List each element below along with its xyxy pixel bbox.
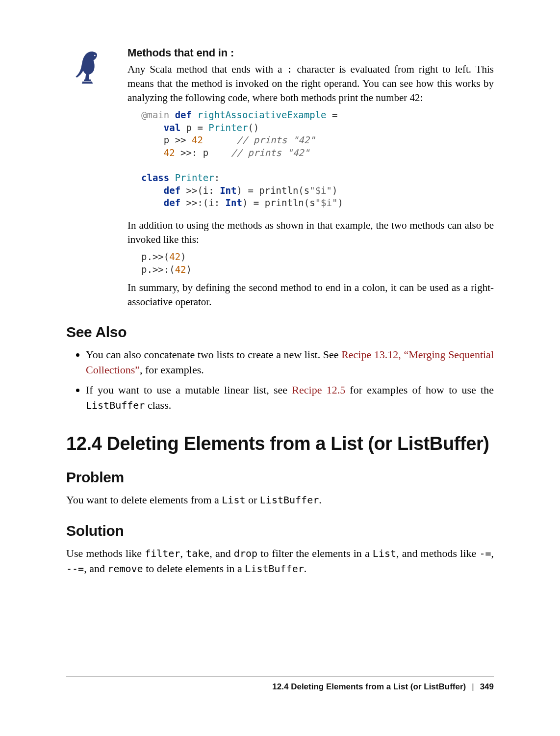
inline-code: remove	[107, 563, 143, 575]
inline-code: ListBuffer	[245, 563, 304, 575]
note-para-1: Any Scala method that ends with a : char…	[127, 62, 494, 105]
solution-text: Use methods like filter, take, and drop …	[66, 546, 494, 577]
note-para-2: In addition to using the methods as show…	[127, 218, 494, 247]
see-also-list: You can also concatenate two lists to cr…	[66, 347, 494, 413]
section-heading: 12.4 Deleting Elements from a List (or L…	[66, 433, 494, 454]
inline-code: List	[222, 494, 245, 506]
problem-heading: Problem	[66, 469, 494, 486]
note-text: Methods that end in : Any Scala method t…	[112, 47, 494, 214]
inline-code: ListBuffer	[260, 494, 319, 506]
list-item: If you want to use a mutable linear list…	[86, 383, 494, 413]
note-continuation: In addition to using the methods as show…	[127, 218, 494, 309]
footer-separator: |	[472, 682, 474, 691]
inline-code: List	[373, 548, 396, 559]
page-number: 349	[480, 682, 494, 691]
code-block-1: @main def rightAssociativeExample = val …	[141, 109, 494, 210]
note-para-3: In summary, by defining the second metho…	[127, 281, 494, 309]
inline-code: --=	[66, 563, 84, 575]
problem-text: You want to delete elements from a List …	[66, 493, 494, 508]
code-block-2: p.>>(42) p.>>:(42)	[141, 251, 494, 276]
inline-code: ListBuffer	[86, 399, 145, 411]
solution-heading: Solution	[66, 523, 494, 539]
inline-code: drop	[234, 548, 257, 559]
page-footer: 12.4 Deleting Elements from a List (or L…	[66, 677, 494, 692]
inline-code: take	[186, 548, 209, 559]
raven-icon	[66, 47, 112, 95]
inline-code: filter	[145, 548, 180, 559]
note-title: Methods that end in :	[127, 47, 494, 59]
note-block: Methods that end in : Any Scala method t…	[66, 47, 494, 214]
page: Methods that end in : Any Scala method t…	[0, 0, 560, 736]
footer-title: 12.4 Deleting Elements from a List (or L…	[272, 682, 466, 691]
see-also-heading: See Also	[66, 324, 494, 341]
list-item: You can also concatenate two lists to cr…	[86, 347, 494, 378]
inline-code: -=	[479, 548, 491, 559]
link-recipe-12-5[interactable]: Recipe 12.5	[292, 384, 345, 396]
inline-code: :	[286, 63, 292, 75]
